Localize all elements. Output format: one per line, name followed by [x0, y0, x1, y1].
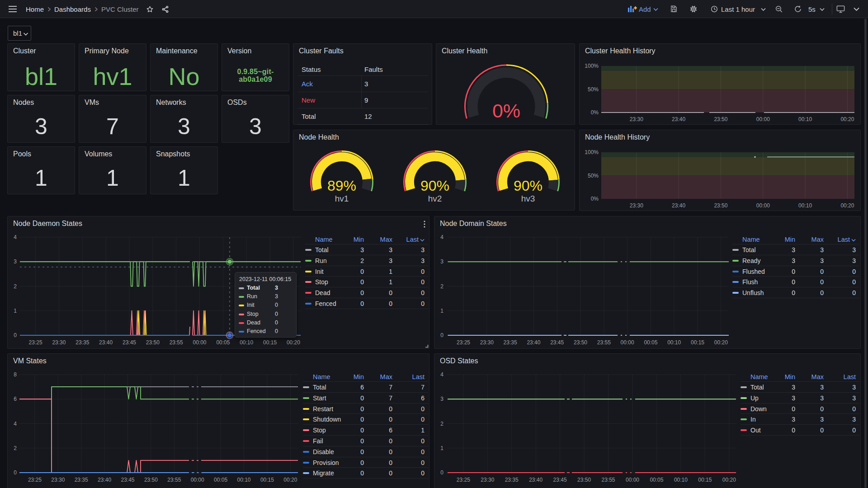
svg-text:23:25: 23:25 [457, 477, 470, 483]
svg-text:23:40: 23:40 [672, 116, 685, 122]
svg-text:00:05: 00:05 [216, 339, 230, 346]
svg-text:23:55: 23:55 [597, 339, 611, 346]
svg-text:00:20: 00:20 [722, 477, 736, 483]
svg-text:23:35: 23:35 [505, 477, 519, 483]
svg-text:0: 0 [14, 332, 17, 338]
svg-text:23:45: 23:45 [123, 339, 136, 346]
svg-text:00:00: 00:00 [756, 116, 770, 122]
svg-text:23:50: 23:50 [144, 477, 158, 483]
svg-text:4: 4 [440, 234, 443, 240]
svg-text:23:25: 23:25 [457, 339, 470, 346]
svg-text:6: 6 [14, 396, 17, 402]
svg-text:00:20: 00:20 [287, 339, 300, 346]
svg-text:3: 3 [440, 258, 443, 265]
svg-text:hv3: hv3 [521, 194, 535, 203]
svg-text:hv1: hv1 [335, 194, 349, 203]
svg-text:0%: 0% [492, 100, 520, 122]
svg-text:00:00: 00:00 [191, 477, 204, 483]
svg-text:2: 2 [440, 283, 443, 290]
svg-text:23:30: 23:30 [480, 339, 494, 346]
svg-text:00:10: 00:10 [674, 477, 688, 483]
svg-text:4: 4 [14, 421, 17, 427]
svg-text:00:05: 00:05 [650, 477, 663, 483]
svg-text:50%: 50% [588, 86, 599, 93]
svg-text:00:20: 00:20 [840, 116, 854, 122]
svg-text:0%: 0% [591, 196, 599, 202]
svg-text:2: 2 [14, 445, 17, 451]
svg-text:100%: 100% [585, 149, 599, 155]
svg-text:00:00: 00:00 [621, 339, 634, 346]
svg-text:23:30: 23:30 [630, 116, 643, 122]
svg-text:3: 3 [440, 396, 443, 402]
svg-text:90%: 90% [514, 178, 542, 194]
svg-text:23:30: 23:30 [630, 202, 643, 209]
svg-text:00:20: 00:20 [840, 202, 854, 209]
svg-text:23:50: 23:50 [146, 339, 160, 346]
svg-text:00:15: 00:15 [263, 339, 277, 346]
svg-text:89%: 89% [327, 178, 356, 194]
svg-text:23:40: 23:40 [527, 339, 540, 346]
svg-text:00:15: 00:15 [260, 477, 274, 483]
svg-text:23:30: 23:30 [52, 339, 66, 346]
svg-text:50%: 50% [588, 173, 599, 179]
svg-text:23:35: 23:35 [75, 339, 89, 346]
svg-text:00:10: 00:10 [798, 116, 812, 122]
svg-text:1: 1 [440, 445, 443, 451]
svg-text:23:40: 23:40 [672, 202, 685, 209]
svg-text:23:50: 23:50 [714, 202, 727, 209]
svg-text:23:25: 23:25 [28, 477, 42, 483]
svg-text:23:50: 23:50 [574, 339, 587, 346]
svg-text:23:40: 23:40 [98, 477, 111, 483]
svg-text:23:55: 23:55 [601, 477, 615, 483]
svg-text:23:40: 23:40 [99, 339, 113, 346]
svg-text:90%: 90% [420, 178, 449, 194]
svg-text:0: 0 [14, 469, 17, 476]
svg-text:1: 1 [440, 308, 443, 314]
svg-text:23:35: 23:35 [504, 339, 517, 346]
svg-text:1: 1 [14, 308, 17, 314]
svg-text:00:10: 00:10 [798, 202, 812, 209]
svg-text:00:15: 00:15 [691, 339, 704, 346]
svg-text:2: 2 [14, 283, 17, 290]
svg-text:00:10: 00:10 [667, 339, 681, 346]
svg-text:00:00: 00:00 [756, 202, 770, 209]
svg-text:00:05: 00:05 [644, 339, 657, 346]
svg-text:0: 0 [440, 469, 443, 476]
svg-text:00:20: 00:20 [283, 477, 297, 483]
svg-text:8: 8 [14, 371, 17, 378]
svg-text:23:50: 23:50 [577, 477, 591, 483]
svg-text:23:40: 23:40 [529, 477, 542, 483]
svg-text:hv2: hv2 [428, 194, 442, 203]
svg-text:00:00: 00:00 [626, 477, 639, 483]
svg-text:23:55: 23:55 [170, 339, 183, 346]
svg-text:00:10: 00:10 [237, 477, 250, 483]
svg-text:23:30: 23:30 [481, 477, 494, 483]
svg-text:100%: 100% [585, 63, 599, 69]
svg-text:23:45: 23:45 [550, 339, 564, 346]
svg-text:23:30: 23:30 [51, 477, 65, 483]
svg-text:4: 4 [440, 371, 443, 378]
svg-text:23:25: 23:25 [29, 339, 42, 346]
svg-text:00:00: 00:00 [193, 339, 206, 346]
svg-text:23:50: 23:50 [714, 116, 727, 122]
svg-text:3: 3 [14, 258, 17, 265]
svg-text:00:15: 00:15 [698, 477, 712, 483]
svg-text:2: 2 [440, 421, 443, 427]
svg-text:23:55: 23:55 [167, 477, 181, 483]
svg-text:23:45: 23:45 [121, 477, 134, 483]
svg-text:00:20: 00:20 [714, 339, 728, 346]
svg-text:00:05: 00:05 [214, 477, 227, 483]
svg-text:23:45: 23:45 [553, 477, 567, 483]
svg-text:23:35: 23:35 [75, 477, 88, 483]
svg-text:0%: 0% [591, 109, 599, 116]
svg-text:0: 0 [440, 332, 443, 338]
svg-text:00:10: 00:10 [240, 339, 253, 346]
svg-text:4: 4 [14, 234, 17, 240]
